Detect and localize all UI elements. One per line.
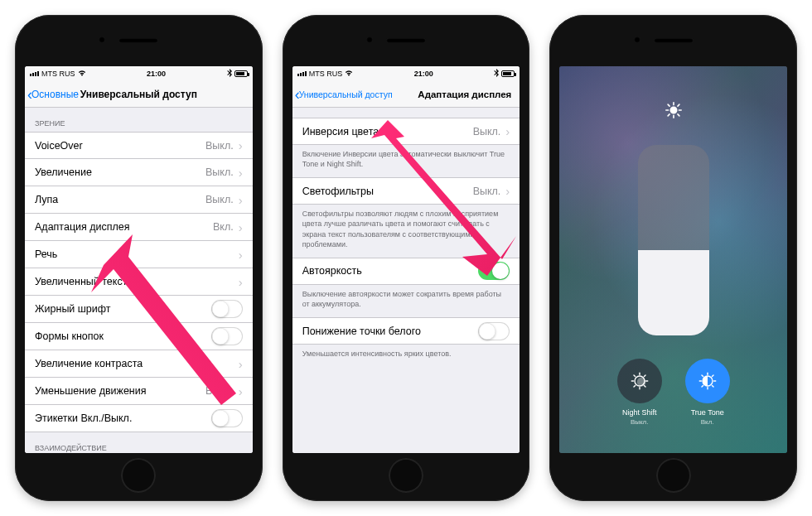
switch-onoff-labels[interactable] xyxy=(211,409,243,427)
svg-line-19 xyxy=(644,375,645,377)
chevron-right-icon: › xyxy=(505,124,510,138)
true-tone-label: True Tone xyxy=(691,408,724,418)
brightness-slider[interactable] xyxy=(638,145,709,335)
cell-display-accommodations[interactable]: Адаптация дисплея Вкл. › xyxy=(25,214,253,241)
bluetooth-icon xyxy=(227,69,232,79)
screen-accessibility: MTS RUS 21:00 ‹ Основные xyxy=(25,66,253,453)
status-bar: MTS RUS 21:00 xyxy=(25,66,253,81)
chevron-right-icon: › xyxy=(239,220,243,234)
svg-line-9 xyxy=(668,114,669,116)
cell-larger-text[interactable]: Увеличенный текст › xyxy=(25,268,253,296)
cell-voiceover[interactable]: VoiceOver Выкл. › xyxy=(25,132,253,159)
time-label: 21:00 xyxy=(147,70,166,78)
true-tone-icon xyxy=(685,359,730,403)
cell-increase-contrast[interactable]: Увеличение контраста › xyxy=(25,350,253,378)
chevron-right-icon: › xyxy=(505,184,510,198)
home-button[interactable] xyxy=(389,458,423,493)
wifi-icon xyxy=(345,70,353,78)
night-shift-button[interactable]: Night Shift Выкл. xyxy=(617,359,662,427)
footer-auto-brightness: Выключение автояркости может сократить в… xyxy=(292,285,520,317)
nav-title: Универсальный доступ xyxy=(80,89,197,100)
footer-white-point: Уменьшается интенсивность ярких цветов. xyxy=(292,345,520,367)
carrier-label: MTS RUS xyxy=(309,70,343,78)
chevron-right-icon: › xyxy=(239,138,243,152)
screen-control-center-brightness: Night Shift Выкл. xyxy=(559,66,787,453)
back-button[interactable]: ‹ Универсальный доступ xyxy=(292,87,393,102)
night-shift-icon xyxy=(617,359,662,403)
chevron-right-icon: › xyxy=(239,193,243,207)
footer-invert: Включение Инверсии цвета автоматически в… xyxy=(292,145,520,177)
chevron-right-icon: › xyxy=(239,166,243,180)
brightness-fill xyxy=(638,250,709,336)
nav-bar: ‹ Универсальный доступ Адаптация дисплея xyxy=(292,81,520,108)
chevron-right-icon: › xyxy=(239,248,243,262)
nav-title: Адаптация дисплея xyxy=(418,89,511,99)
cell-reduce-motion[interactable]: Уменьшение движения Выкл. › xyxy=(25,378,253,405)
cell-color-filters[interactable]: Светофильтры Выкл. › xyxy=(292,177,520,205)
cell-button-shapes[interactable]: Формы кнопок xyxy=(25,323,253,350)
wifi-icon xyxy=(78,70,86,78)
back-label: Основные xyxy=(31,89,79,100)
screen-display-accommodations: MTS RUS 21:00 ‹ Универсальный доступ xyxy=(292,66,520,453)
svg-point-2 xyxy=(670,107,676,113)
nav-bar: ‹ Основные Универсальный доступ xyxy=(25,81,253,108)
phone-frame-1: MTS RUS 21:00 ‹ Основные xyxy=(15,15,263,501)
chevron-right-icon: › xyxy=(239,357,243,371)
night-shift-label: Night Shift xyxy=(622,408,657,418)
cell-onoff-labels[interactable]: Этикетки Вкл./Выкл. xyxy=(25,405,253,432)
time-label: 21:00 xyxy=(414,70,433,78)
home-button[interactable] xyxy=(121,458,156,493)
switch-button-shapes[interactable] xyxy=(211,327,243,345)
carrier-label: MTS RUS xyxy=(41,70,75,78)
section-header-interaction: ВЗАИМОДЕЙСТВИЕ xyxy=(25,432,253,453)
svg-line-27 xyxy=(702,385,703,387)
battery-icon xyxy=(501,70,515,77)
back-label: Универсальный доступ xyxy=(299,89,393,99)
svg-line-18 xyxy=(634,385,636,387)
svg-line-16 xyxy=(634,375,636,377)
status-bar: MTS RUS 21:00 xyxy=(292,66,520,81)
cell-invert-colors[interactable]: Инверсия цвета Выкл. › xyxy=(292,118,520,145)
svg-line-10 xyxy=(678,104,679,106)
chevron-right-icon: › xyxy=(239,384,243,398)
section-header-vision: ЗРЕНИЕ xyxy=(25,108,253,132)
chevron-right-icon: › xyxy=(239,275,243,289)
cell-bold-text[interactable]: Жирный шрифт xyxy=(25,296,253,323)
night-shift-status: Выкл. xyxy=(622,418,657,427)
svg-line-17 xyxy=(644,385,645,387)
switch-bold-text[interactable] xyxy=(211,300,243,318)
true-tone-status: Вкл. xyxy=(691,418,724,427)
svg-line-8 xyxy=(678,114,679,116)
bluetooth-icon xyxy=(494,69,499,79)
svg-line-7 xyxy=(668,104,669,106)
switch-auto-brightness[interactable] xyxy=(478,262,510,280)
cell-speech[interactable]: Речь › xyxy=(25,241,253,268)
settings-list[interactable]: ЗРЕНИЕ VoiceOver Выкл. › Увеличение Выкл… xyxy=(25,108,253,453)
cell-reduce-white-point[interactable]: Понижение точки белого xyxy=(292,317,520,345)
home-button[interactable] xyxy=(656,458,691,493)
true-tone-button[interactable]: True Tone Вкл. xyxy=(685,359,730,427)
cell-zoom[interactable]: Увеличение Выкл. › xyxy=(25,159,253,186)
phone-frame-2: MTS RUS 21:00 ‹ Универсальный доступ xyxy=(283,15,530,501)
battery-icon xyxy=(234,70,248,77)
sun-icon xyxy=(665,101,683,122)
settings-list[interactable]: Инверсия цвета Выкл. › Включение Инверси… xyxy=(292,108,520,453)
svg-line-28 xyxy=(712,375,713,377)
cell-auto-brightness[interactable]: Автояркость xyxy=(292,258,520,285)
switch-white-point[interactable] xyxy=(478,322,510,340)
footer-color-filters: Светофильтры позволяют людям с плохим во… xyxy=(292,205,520,258)
back-button[interactable]: ‹ Основные xyxy=(25,87,79,102)
svg-line-26 xyxy=(712,385,713,387)
cell-magnifier[interactable]: Лупа Выкл. › xyxy=(25,186,253,214)
phone-frame-3: Night Shift Выкл. xyxy=(549,15,797,501)
svg-line-25 xyxy=(702,375,703,377)
